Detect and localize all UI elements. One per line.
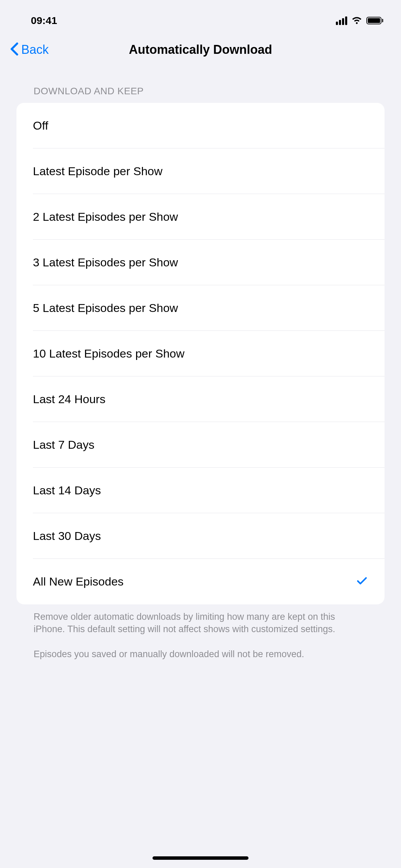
chevron-left-icon: [10, 42, 19, 57]
section-footer: Remove older automatic downloads by limi…: [16, 604, 385, 660]
page-title: Automatically Download: [0, 43, 401, 57]
option-row[interactable]: 3 Latest Episodes per Show: [16, 240, 385, 285]
option-row[interactable]: All New Episodes: [16, 559, 385, 604]
section-header: DOWNLOAD AND KEEP: [16, 86, 385, 103]
status-icons: [336, 16, 383, 25]
content-area: DOWNLOAD AND KEEP OffLatest Episode per …: [0, 69, 401, 660]
option-row[interactable]: 5 Latest Episodes per Show: [16, 285, 385, 331]
option-label: 2 Latest Episodes per Show: [33, 210, 178, 224]
option-label: Last 24 Hours: [33, 393, 106, 406]
cellular-signal-icon: [336, 16, 347, 25]
option-row[interactable]: Last 7 Days: [16, 422, 385, 468]
checkmark-icon: [356, 575, 368, 589]
options-list: OffLatest Episode per Show2 Latest Episo…: [16, 103, 385, 604]
option-label: Off: [33, 119, 48, 132]
option-label: 3 Latest Episodes per Show: [33, 256, 178, 269]
option-row[interactable]: 10 Latest Episodes per Show: [16, 331, 385, 376]
option-label: Last 14 Days: [33, 484, 101, 497]
option-row[interactable]: 2 Latest Episodes per Show: [16, 194, 385, 240]
battery-icon: [366, 17, 383, 24]
option-row[interactable]: Off: [16, 103, 385, 148]
option-row[interactable]: Last 30 Days: [16, 513, 385, 559]
footer-text-1: Remove older automatic downloads by limi…: [34, 611, 367, 636]
option-label: Last 7 Days: [33, 438, 95, 451]
navigation-bar: Back Automatically Download: [0, 34, 401, 69]
wifi-icon: [351, 16, 362, 25]
option-label: All New Episodes: [33, 575, 124, 588]
option-row[interactable]: Last 14 Days: [16, 468, 385, 513]
home-indicator[interactable]: [153, 856, 248, 860]
footer-text-2: Episodes you saved or manually downloade…: [34, 648, 367, 660]
option-label: Latest Episode per Show: [33, 165, 162, 178]
option-label: Last 30 Days: [33, 529, 101, 543]
option-row[interactable]: Latest Episode per Show: [16, 148, 385, 194]
back-label: Back: [21, 43, 49, 57]
status-time: 09:41: [31, 15, 57, 26]
option-label: 5 Latest Episodes per Show: [33, 301, 178, 315]
status-bar: 09:41: [0, 0, 401, 34]
back-button[interactable]: Back: [10, 42, 49, 57]
option-label: 10 Latest Episodes per Show: [33, 347, 184, 360]
option-row[interactable]: Last 24 Hours: [16, 376, 385, 422]
